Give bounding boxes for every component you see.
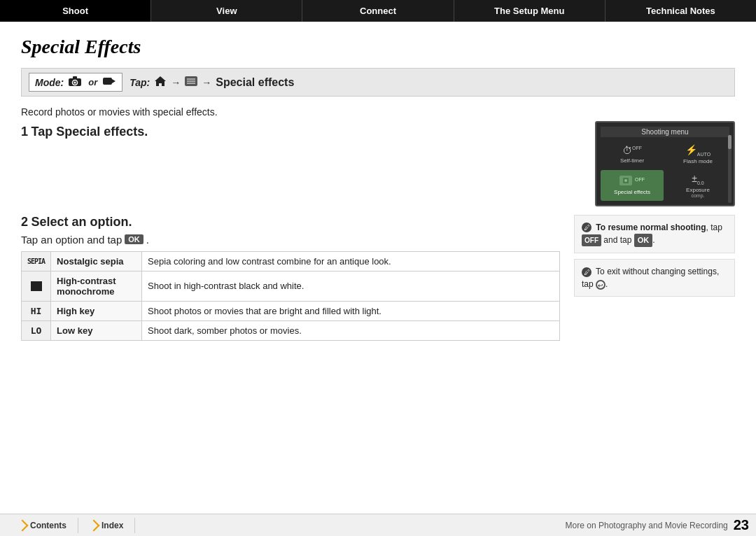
table-row: LO Low key Shoot dark, somber photos or … [22, 320, 560, 340]
ok-button-inline: OK [125, 234, 144, 244]
arrow-icon-2: → [202, 77, 211, 88]
special-effects-label: Special effects [216, 76, 294, 89]
camera-screen-title: Shooting menu [601, 127, 729, 137]
menu-icon [185, 76, 197, 88]
step2-tap-instruction: Tap an option and tap OK . [21, 234, 560, 246]
step2-title-text: Select an option. [31, 215, 132, 229]
page-number: 23 [734, 517, 749, 533]
svg-point-13 [624, 179, 627, 182]
table-row: SEPIA Nostalgic sepia Sepia coloring and… [22, 251, 560, 271]
main-content: Special Effects Mode: or [0, 22, 756, 355]
note-icon-2: 🖊 [582, 267, 592, 277]
note1-bold: To resume normal shooting [596, 223, 706, 232]
arrow-right-icon-contents [17, 519, 29, 531]
sepia-name-cell: Nostalgic sepia [51, 251, 142, 271]
bottom-right-info: More on Photography and Movie Recording … [566, 517, 749, 533]
camera-menu-special-effects: OFF Special effects [601, 170, 664, 201]
note-icon-1: 🖊 [582, 223, 592, 232]
step1-heading: 1 Tap Special effects. [21, 125, 574, 139]
svg-rect-1 [73, 76, 77, 79]
home-icon [154, 75, 167, 90]
arrow-icon-1: → [171, 77, 181, 88]
sepia-desc-cell: Sepia coloring and low contrast combine … [142, 251, 560, 271]
svg-marker-6 [155, 76, 166, 86]
page-title: Special Effects [21, 36, 735, 58]
hi-name-cell: High key [51, 301, 142, 320]
lo-name-cell: Low key [51, 320, 142, 340]
hc-desc-cell: Shoot in high-contrast black and white. [142, 271, 560, 301]
step2-area: 2 Select an option. Tap an option and ta… [21, 215, 735, 341]
sepia-icon-cell: SEPIA [22, 251, 51, 271]
self-timer-icon: ⏱OFF [622, 145, 642, 156]
top-navigation: Shoot View Connect The Setup Menu Techni… [0, 0, 756, 22]
nav-connect[interactable]: Connect [302, 0, 454, 22]
mode-bar: Mode: or Tap: [21, 68, 735, 97]
hc-icon-cell [22, 271, 51, 301]
step2-notes: 🖊 To resume normal shooting, tap OFF and… [574, 215, 735, 341]
tap-section: Tap: → → Special effects [130, 75, 294, 90]
special-effects-camera-icon: OFF [620, 176, 645, 188]
nav-view[interactable]: View [151, 0, 302, 22]
arrow-right-icon-index [88, 519, 100, 531]
lo-desc-cell: Shoot dark, somber photos or movies. [142, 320, 560, 340]
bottom-nav-left: Contents Index [7, 518, 135, 533]
mode-or: or [88, 77, 97, 87]
lo-icon-cell: LO [22, 320, 51, 340]
step1-row: 1 Tap Special effects. Shooting menu ⏱OF… [21, 125, 735, 206]
camera-mode-icon [68, 76, 82, 89]
hi-desc-cell: Shoot photos or movies that are bright a… [142, 301, 560, 320]
options-table: SEPIA Nostalgic sepia Sepia coloring and… [21, 251, 560, 341]
hc-name-cell: High-contrast monochrome [51, 271, 142, 301]
footer-right-text: More on Photography and Movie Recording [566, 521, 728, 530]
note-resume: 🖊 To resume normal shooting, tap OFF and… [574, 215, 735, 253]
record-description: Record photos or movies with special eff… [21, 106, 735, 118]
back-button-icon: ↩ [596, 280, 606, 290]
camera-menu-self-timer: ⏱OFF Self-timer [601, 141, 664, 167]
exposure-icon: ±0.0 [692, 173, 704, 185]
scrollbar[interactable] [728, 135, 732, 203]
mode-box: Mode: or [29, 73, 122, 92]
contents-button[interactable]: Contents [7, 518, 78, 533]
camera-menu-exposure: ±0.0 Exposure comp. [666, 170, 729, 201]
step2-heading: 2 Select an option. [21, 215, 560, 230]
hi-icon-cell: HI [22, 301, 51, 320]
note-exit: 🖊 To exit without changing settings, tap… [574, 259, 735, 297]
svg-rect-4 [103, 78, 112, 85]
video-mode-icon [102, 76, 116, 89]
nav-shoot[interactable]: Shoot [0, 0, 151, 22]
table-row: HI High key Shoot photos or movies that … [22, 301, 560, 320]
mode-label: Mode: [35, 77, 64, 88]
camera-menu-grid: ⏱OFF Self-timer ⚡AUTO Flash mode [601, 141, 729, 201]
step1-content: 1 Tap Special effects. [21, 125, 574, 206]
table-row: High-contrast monochrome Shoot in high-c… [22, 271, 560, 301]
bottom-bar: Contents Index More on Photography and M… [0, 514, 756, 536]
camera-screen: Shooting menu ⏱OFF Self-timer ⚡AUTO Flas… [595, 121, 735, 206]
camera-menu-flash: ⚡AUTO Flash mode [666, 141, 729, 167]
step2-main: 2 Select an option. Tap an option and ta… [21, 215, 560, 341]
ok-button-note: OK [634, 234, 653, 247]
nav-setup-menu[interactable]: The Setup Menu [454, 0, 606, 22]
off-button-note: OFF [582, 234, 601, 246]
step1-title-text: Tap Special effects. [31, 125, 148, 139]
svg-point-3 [74, 82, 76, 84]
scrollbar-thumb[interactable] [728, 135, 732, 149]
flash-icon: ⚡AUTO [685, 144, 710, 157]
nav-technical-notes[interactable]: Technical Notes [606, 0, 756, 22]
svg-marker-5 [112, 79, 115, 83]
index-button[interactable]: Index [78, 518, 135, 533]
